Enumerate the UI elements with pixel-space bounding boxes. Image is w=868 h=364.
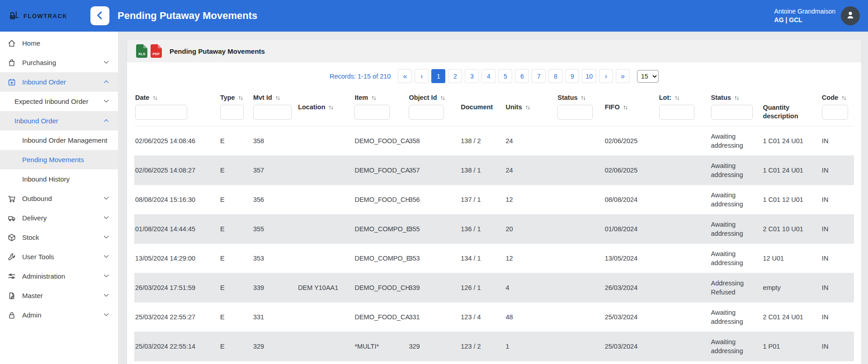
table-row[interactable]: 08/08/2024 15:16:30E356DEMO_FOOD_CH35613… xyxy=(134,185,854,215)
export-xls-icon[interactable]: XLS xyxy=(136,44,147,58)
sidebar-item-inbound-order[interactable]: Inbound Order xyxy=(0,72,118,92)
table-row[interactable]: 02/06/2025 14:08:46E358DEMO_FOOD_CA35813… xyxy=(134,126,854,156)
filter-input-date[interactable] xyxy=(135,105,187,120)
column-label-lot[interactable]: Lot:↑↓ xyxy=(659,94,707,101)
sort-icon: ↑↓ xyxy=(581,94,585,101)
page-button-5[interactable]: 5 xyxy=(498,69,512,83)
previous-page-button[interactable]: ‹ xyxy=(415,69,429,83)
column-label-item[interactable]: Item↑↓ xyxy=(354,94,404,101)
page-button-6[interactable]: 6 xyxy=(515,69,529,83)
cell-date: 02/06/2025 14:08:27 xyxy=(134,156,219,185)
page-button-10[interactable]: 10 xyxy=(582,69,596,83)
sort-icon: ↑↓ xyxy=(623,104,627,111)
cell-item: DEMO_FOOD_CA xyxy=(354,303,408,332)
sidebar-item-user-tools[interactable]: User Tools xyxy=(0,247,118,266)
sidebar-item-label: Outbound xyxy=(22,195,52,202)
next-page-button[interactable]: › xyxy=(599,69,613,83)
page-button-1[interactable]: 1 xyxy=(431,69,445,83)
table-row[interactable]: 26/03/2024 17:51:59E339DEM Y10AA1DEMO_FO… xyxy=(134,273,854,303)
cell-code: IN xyxy=(821,303,854,332)
page-title: Pending Putaway Movements xyxy=(118,10,257,22)
table-row[interactable]: 02/06/2025 14:08:27E357DEMO_FOOD_CA35713… xyxy=(134,156,854,185)
page-button-3[interactable]: 3 xyxy=(465,69,479,83)
table-row[interactable]: 25/03/2024 22:55:14E329*MULTI*329123 / 2… xyxy=(134,332,854,361)
cell-status xyxy=(557,185,604,215)
column-label-code[interactable]: Code↑↓ xyxy=(822,94,850,101)
first-page-button[interactable]: « xyxy=(398,69,412,83)
column-label-date[interactable]: Date↑↓ xyxy=(135,94,216,101)
sort-icon: ↑↓ xyxy=(734,94,739,101)
filter-input-status[interactable] xyxy=(557,105,593,120)
sidebar-item-expected-inbound-order[interactable]: Expected Inbound Order xyxy=(0,92,118,111)
sidebar-item-administration[interactable]: Administration xyxy=(0,266,118,286)
column-label-status-2[interactable]: Status↑↓ xyxy=(711,94,759,101)
page-button-7[interactable]: 7 xyxy=(532,69,546,83)
sidebar-item-purchasing[interactable]: Purchasing xyxy=(0,53,118,72)
sidebar-item-pending-movements[interactable]: Pending Movements xyxy=(0,150,118,169)
filter-input-item[interactable] xyxy=(354,105,390,120)
filter-input-object-id[interactable] xyxy=(409,105,444,120)
sidebar: HomePurchasingInbound OrderExpected Inbo… xyxy=(0,32,118,364)
cell-mvt-id: 358 xyxy=(252,126,297,156)
filter-input-mvt-id[interactable] xyxy=(253,105,292,120)
sidebar-item-inbound-history[interactable]: Inbound History xyxy=(0,169,118,189)
filter-input-lot[interactable] xyxy=(659,105,694,120)
cell-type: E xyxy=(219,273,252,303)
sidebar-item-inbound-order[interactable]: Inbound Order xyxy=(0,111,118,131)
sort-icon: ↑↓ xyxy=(675,94,679,101)
column-label-quantity-description: Quantity description xyxy=(763,103,817,121)
column-label-type[interactable]: Type↑↓ xyxy=(220,94,249,101)
sidebar-item-home[interactable]: Home xyxy=(0,33,118,53)
page-size-select[interactable]: 15 xyxy=(637,70,659,83)
last-page-button[interactable]: » xyxy=(616,69,630,83)
cell-status xyxy=(557,156,604,185)
column-header-type: Type↑↓ xyxy=(219,90,252,126)
sliders-icon xyxy=(7,272,16,281)
page-button-8[interactable]: 8 xyxy=(548,69,562,83)
filter-input-type[interactable] xyxy=(220,105,244,120)
cell-fifo: 01/08/2024 xyxy=(604,215,658,244)
cell-status-2: Awaiting addressing xyxy=(710,126,762,156)
sidebar-item-outbound[interactable]: Outbound xyxy=(0,189,118,208)
cell-units: 24 xyxy=(505,126,557,156)
sidebar-item-delivery[interactable]: Delivery xyxy=(0,208,118,228)
page-button-4[interactable]: 4 xyxy=(481,69,495,83)
cell-type: E xyxy=(219,332,252,361)
cell-document: 123 / 4 xyxy=(460,303,505,332)
table-row[interactable]: 25/03/2024 22:55:27E331DEMO_FOOD_CA33112… xyxy=(134,303,854,332)
page-button-9[interactable]: 9 xyxy=(565,69,579,83)
cell-mvt-id: 329 xyxy=(252,332,297,361)
main-content: XLS PDF Pending Putaway Movements Record… xyxy=(118,32,868,364)
cell-mvt-id: 353 xyxy=(252,244,297,273)
cell-mvt-id: 356 xyxy=(252,185,297,215)
card-header: XLS PDF Pending Putaway Movements xyxy=(127,40,861,62)
sidebar-item-stock[interactable]: Stock xyxy=(0,228,118,247)
back-button[interactable] xyxy=(90,6,109,25)
sort-icon: ↑↓ xyxy=(329,104,333,111)
page-button-2[interactable]: 2 xyxy=(448,69,462,83)
sidebar-item-admin[interactable]: Admin xyxy=(0,305,118,325)
column-label-units[interactable]: Units↑↓ xyxy=(505,103,553,111)
column-label-status[interactable]: Status↑↓ xyxy=(557,94,600,101)
column-label-mvt-id[interactable]: Mvt Id↑↓ xyxy=(253,94,293,101)
table-row[interactable]: 01/08/2024 14:44:45E355DEMO_COMPO_E35513… xyxy=(134,215,854,244)
cell-date: 02/06/2025 14:08:46 xyxy=(134,126,219,156)
cell-fifo: 02/06/2025 xyxy=(604,126,658,156)
cell-type: E xyxy=(219,215,252,244)
sort-icon: ↑↓ xyxy=(275,94,280,101)
column-label-location[interactable]: Location↑↓ xyxy=(298,103,350,111)
sidebar-item-master[interactable]: Master xyxy=(0,286,118,305)
filter-input-code[interactable] xyxy=(822,105,848,120)
column-header-fifo: FIFO↑↓ xyxy=(604,90,658,126)
user-avatar[interactable] xyxy=(841,6,860,25)
cell-lot xyxy=(658,215,710,244)
sidebar-item-inbound-order-management[interactable]: Inbound Order Management xyxy=(0,131,118,150)
export-pdf-icon[interactable]: PDF xyxy=(151,44,162,58)
cell-mvt-id: 357 xyxy=(252,156,297,185)
filter-input-status-2[interactable] xyxy=(711,105,753,120)
column-header-status-2: Status↑↓ xyxy=(710,90,762,126)
column-label-fifo[interactable]: FIFO↑↓ xyxy=(605,103,655,111)
table-row[interactable]: 13/05/2024 14:29:00E353DEMO_COMPO_E35313… xyxy=(134,244,854,273)
user-name: Antoine Grandmaison xyxy=(774,7,835,16)
column-label-object-id[interactable]: Object Id↑↓ xyxy=(409,94,456,101)
